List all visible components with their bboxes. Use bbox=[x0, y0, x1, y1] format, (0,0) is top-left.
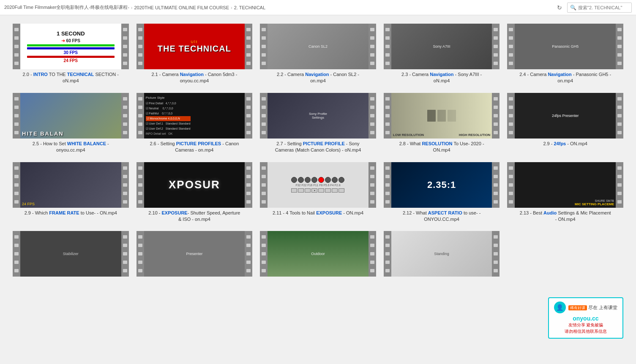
video-item[interactable]: F32 F22 F16 F11 F8 F5.6 F4 F2.8 ▼ 2.11 -… bbox=[260, 162, 376, 223]
video-item[interactable]: 24fps Presenter2.9 - 24fps - ON.mp4 bbox=[507, 93, 623, 154]
video-item[interactable]: 24 FPS 2.9 - Which FRAME RATE to Use- - … bbox=[13, 162, 129, 223]
video-label: 2.8 - What RESOLUTION To Use- 2020 -ON.m… bbox=[399, 141, 484, 154]
film-hole bbox=[370, 166, 374, 170]
film-hole bbox=[14, 28, 19, 31]
film-hole bbox=[509, 45, 513, 48]
refresh-button[interactable]: ↻ bbox=[555, 3, 564, 12]
film-hole bbox=[509, 122, 513, 126]
film-hole bbox=[246, 175, 251, 178]
film-hole bbox=[385, 62, 390, 65]
film-hole bbox=[385, 166, 390, 170]
film-hole bbox=[617, 97, 622, 101]
film-hole bbox=[370, 122, 374, 126]
film-hole bbox=[123, 235, 127, 239]
film-hole bbox=[138, 166, 142, 170]
film-hole bbox=[246, 166, 251, 170]
film-hole bbox=[123, 261, 127, 264]
thumbnail: Panasonic GH5 bbox=[515, 24, 616, 69]
search-input[interactable] bbox=[578, 5, 629, 10]
video-label: 2.13 - Best Audio Settings & Mic Placeme… bbox=[520, 210, 611, 223]
film-hole bbox=[138, 62, 142, 65]
film-hole bbox=[370, 244, 374, 247]
film-hole bbox=[617, 28, 622, 31]
film-strip-side bbox=[260, 24, 268, 69]
badge-text: 稀有好课 bbox=[568, 305, 587, 310]
video-item[interactable]: Sony ProfileSettings2.7 - Setting PICTUR… bbox=[260, 93, 376, 154]
film-hole bbox=[370, 131, 374, 134]
film-strip-side bbox=[136, 24, 144, 69]
video-item[interactable]: Canon SL22.2 - Camera Navigation - Canon… bbox=[260, 24, 376, 84]
film-hole bbox=[246, 114, 251, 117]
film-hole bbox=[494, 122, 498, 126]
video-item[interactable]: Standing bbox=[384, 231, 500, 279]
film-hole bbox=[494, 183, 498, 187]
film-hole bbox=[370, 53, 374, 57]
film-strip-side bbox=[121, 162, 129, 208]
film-strip-side bbox=[260, 93, 268, 139]
thumbnail: Canon SL2 bbox=[268, 24, 368, 69]
film-hole bbox=[509, 106, 513, 109]
video-item[interactable]: Presenter bbox=[136, 231, 253, 279]
video-item[interactable]: SHURE SM7B MIC SETTING PLACEME 2.13 - Be… bbox=[507, 162, 623, 223]
video-label: 2.3 - Camera Navigation - Sony A7III -oN… bbox=[401, 71, 482, 84]
thumbnail: 1 SECOND ➜ 60 FPS 30 FPS 24 FPS bbox=[20, 24, 121, 69]
film-hole bbox=[14, 200, 19, 204]
film-hole bbox=[123, 45, 127, 48]
film-hole bbox=[138, 28, 142, 31]
thumbnail: XPOSUR bbox=[144, 162, 245, 208]
video-item[interactable]: Outdoor bbox=[260, 231, 376, 279]
film-strip: 24fps Presenter bbox=[507, 93, 623, 139]
film-strip: Sony A7III bbox=[384, 24, 500, 69]
film-hole bbox=[494, 97, 498, 101]
video-item[interactable]: 2.35:1 2.12 - What ASPECT RATIO to use- … bbox=[384, 162, 500, 223]
video-grid: 1 SECOND ➜ 60 FPS 30 FPS 24 FPS 2.0 - IN… bbox=[13, 24, 623, 279]
watermark-line1: 尽在 bbox=[588, 305, 598, 310]
film-hole bbox=[494, 166, 498, 170]
title-bar: 2020Full Time Filmmaker全职电影制作人-终极在线电影课程-… bbox=[0, 0, 636, 15]
thumbnail: Picture Style ☑ Fine Detail 4,*,*,0,0 ☑ … bbox=[144, 93, 245, 139]
film-hole bbox=[123, 183, 127, 187]
video-label: 2.6 - Setting PICTURE PROFILES - CanonCa… bbox=[150, 141, 239, 154]
search-bar[interactable]: 🔍 bbox=[567, 3, 632, 13]
video-item[interactable]: Ult THE TECHNICAL 2.1 - Camera Navigatio… bbox=[136, 24, 253, 84]
video-item[interactable]: Sony A7III2.3 - Camera Navigation - Sony… bbox=[384, 24, 500, 84]
film-hole bbox=[262, 53, 266, 57]
film-strip: Presenter bbox=[136, 231, 253, 277]
film-hole bbox=[14, 97, 19, 101]
film-hole bbox=[509, 97, 513, 101]
film-strip-side bbox=[245, 93, 252, 139]
film-hole bbox=[370, 62, 374, 65]
film-hole bbox=[123, 252, 127, 255]
film-strip: Panasonic GH5 bbox=[507, 24, 623, 69]
film-hole bbox=[494, 252, 498, 255]
film-hole bbox=[494, 192, 498, 195]
film-hole bbox=[123, 269, 127, 272]
film-strip-side bbox=[384, 162, 391, 208]
film-strip-side bbox=[260, 231, 268, 277]
thumbnail: Sony ProfileSettings bbox=[268, 93, 368, 139]
film-hole bbox=[138, 97, 142, 101]
path-part-3: 2. TECHNICAL bbox=[234, 5, 265, 10]
film-strip: SHURE SM7B MIC SETTING PLACEME bbox=[507, 162, 623, 208]
video-item[interactable]: LOW RESOLUTION HIGH RESOLUTION 2.8 - Wha… bbox=[384, 93, 500, 154]
film-hole bbox=[14, 269, 19, 272]
video-label: 2.5 - How to Set WHITE BALANCE -onyou.cc… bbox=[33, 141, 109, 154]
film-hole bbox=[617, 106, 622, 109]
film-hole bbox=[262, 166, 266, 170]
video-item[interactable]: Picture Style ☑ Fine Detail 4,*,*,0,0 ☑ … bbox=[136, 93, 253, 154]
video-item[interactable]: XPOSUR 2.10 - EXPOSURE- Shutter Speed, A… bbox=[136, 162, 253, 223]
video-item[interactable]: 1 SECOND ➜ 60 FPS 30 FPS 24 FPS 2.0 - IN… bbox=[13, 24, 129, 84]
film-strip-side bbox=[368, 162, 376, 208]
video-item[interactable]: Stabilizer bbox=[13, 231, 129, 279]
video-item[interactable]: HITE BALAN 2.5 - How to Set WHITE BALANC… bbox=[13, 93, 129, 154]
film-hole bbox=[262, 62, 266, 65]
film-hole bbox=[246, 53, 251, 57]
film-strip-side bbox=[13, 231, 20, 277]
film-hole bbox=[494, 36, 498, 40]
watermark-warn1: 友情分享 避免被骗 bbox=[554, 322, 617, 328]
film-hole bbox=[123, 97, 127, 101]
film-hole bbox=[262, 244, 266, 247]
film-hole bbox=[262, 114, 266, 117]
video-item[interactable]: Panasonic GH52.4 - Camera Navigation - P… bbox=[507, 24, 623, 84]
thumbnail: Ult THE TECHNICAL bbox=[144, 24, 245, 69]
